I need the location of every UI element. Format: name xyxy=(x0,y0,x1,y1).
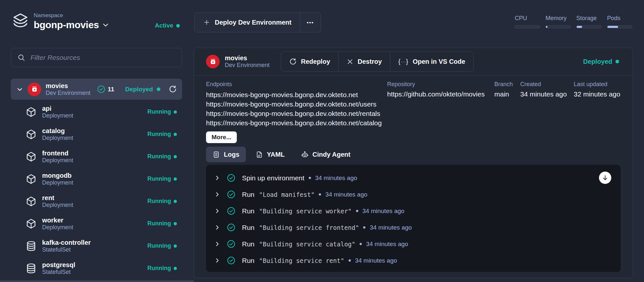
deploy-button-label: Deploy Dev Environment xyxy=(215,19,292,26)
filter-resources-input[interactable] xyxy=(30,54,175,62)
bullet-dot xyxy=(309,177,311,179)
panel-action-buttons: Redeploy Destroy {···} Open in VS Code xyxy=(281,51,474,72)
endpoint-link[interactable]: https://movies-bgonp-movies.bgonp.dev.ok… xyxy=(206,118,382,128)
yaml-file-icon xyxy=(256,151,263,158)
refresh-icon[interactable] xyxy=(169,85,177,93)
panel-title: movies xyxy=(225,54,270,62)
destroy-label: Destroy xyxy=(358,58,382,65)
more-options-button[interactable]: ••• xyxy=(300,13,321,32)
scroll-to-bottom-button[interactable] xyxy=(599,172,611,184)
status-badge: Running xyxy=(147,265,177,272)
resource-type: Deployment xyxy=(42,202,73,209)
resource-name: api xyxy=(42,105,73,112)
log-entry: Run "Building service rent" 34 minutes a… xyxy=(206,252,621,269)
endpoints-label: Endpoints xyxy=(206,81,382,88)
created-label: Created xyxy=(520,81,567,88)
status-dot xyxy=(174,244,177,248)
log-command: "Building service worker" xyxy=(259,208,352,215)
chevron-right-icon[interactable] xyxy=(214,191,220,197)
sidebar-item-postgresql[interactable]: postgresqlStatefulSet Running xyxy=(11,257,182,279)
cube-icon xyxy=(26,174,37,185)
stat-cpu: CPU xyxy=(515,15,540,28)
resource-name: frontend xyxy=(42,150,73,157)
chevron-down-icon[interactable] xyxy=(17,86,23,93)
stat-label: CPU xyxy=(515,15,540,22)
status-dot xyxy=(174,133,177,136)
cube-icon xyxy=(26,196,37,207)
status-text: Running xyxy=(147,265,171,272)
log-command: "Building service catalog" xyxy=(259,241,355,248)
partially-visible-row xyxy=(0,280,194,282)
cube-icon xyxy=(26,151,37,162)
status-dot xyxy=(174,222,177,225)
chevron-right-icon[interactable] xyxy=(214,175,220,181)
repository-value[interactable]: https://github.com/okteto/movies xyxy=(387,90,485,98)
cpu-progress-bar xyxy=(515,26,540,28)
open-in-vscode-button[interactable]: {···} Open in VS Code xyxy=(390,52,474,71)
tab-cindy-agent-label: Cindy Agent xyxy=(313,151,351,158)
log-entry: Run "Building service worker" 34 minutes… xyxy=(206,203,621,219)
chevron-right-icon[interactable] xyxy=(214,241,220,247)
sidebar-item-catalog[interactable]: catalogDeployment Running xyxy=(11,123,182,145)
status-text: Running xyxy=(147,108,171,115)
movies-app-icon xyxy=(28,83,41,96)
chevron-down-icon[interactable] xyxy=(102,21,109,28)
sidebar-item-movies-dev-environment[interactable]: movies Dev Environment 11 Deployed xyxy=(11,79,182,100)
redeploy-icon xyxy=(289,58,297,65)
deploy-dev-environment-button[interactable]: Deploy Dev Environment xyxy=(195,13,300,32)
chevron-right-icon[interactable] xyxy=(214,224,220,231)
resource-name: mongodb xyxy=(42,172,73,179)
tab-yaml[interactable]: YAML xyxy=(249,147,291,162)
resource-type: StatefulSet xyxy=(42,269,75,276)
endpoints-section: Endpoints https://movies-bgonp-movies.bg… xyxy=(206,81,382,143)
tab-yaml-label: YAML xyxy=(267,151,285,158)
pods-progress-bar xyxy=(607,26,632,28)
resource-name: movies xyxy=(46,82,90,90)
created-value: 34 minutes ago xyxy=(520,90,567,98)
namespace-selector[interactable]: Namespace bgonp-movies xyxy=(12,12,109,30)
status-dot xyxy=(174,200,177,203)
sidebar-item-rent[interactable]: rentDeployment Running xyxy=(11,190,182,212)
healthy-pods-count: 11 xyxy=(97,85,114,93)
open-in-vscode-label: Open in VS Code xyxy=(413,58,465,65)
log-command: "Building service rent" xyxy=(259,257,344,264)
cube-icon xyxy=(26,107,37,118)
log-entry: Run "Load manifest" 34 minutes ago xyxy=(206,186,621,203)
search-icon xyxy=(17,54,25,62)
robot-icon xyxy=(301,151,309,158)
resource-type: Deployment xyxy=(42,135,73,141)
log-entry: Spin up environment 34 minutes ago xyxy=(206,170,621,186)
sidebar-item-frontend[interactable]: frontendDeployment Running xyxy=(11,145,182,168)
sidebar-item-kafka-controller[interactable]: kafka-controllerStatefulSet Running xyxy=(11,235,182,257)
sidebar-item-mongodb[interactable]: mongodbDeployment Running xyxy=(11,168,182,190)
status-badge: Running xyxy=(147,198,177,205)
log-title: Run xyxy=(242,224,255,231)
arrow-down-icon xyxy=(602,174,609,181)
log-timestamp: 34 minutes ago xyxy=(370,224,412,231)
log-timestamp: 34 minutes ago xyxy=(362,208,405,215)
sidebar-item-api[interactable]: apiDeployment Running xyxy=(11,101,182,123)
namespace-name: bgonp-movies xyxy=(34,19,99,30)
stat-label: Storage xyxy=(576,15,602,22)
resource-type: Deployment xyxy=(42,112,73,119)
sidebar-item-worker[interactable]: workerDeployment Running xyxy=(11,212,182,235)
redeploy-button[interactable]: Redeploy xyxy=(281,52,338,71)
resource-type: Deployment xyxy=(42,224,73,231)
log-command: "Load manifest" xyxy=(259,191,315,198)
tab-cindy-agent[interactable]: Cindy Agent xyxy=(294,147,357,162)
tab-logs[interactable]: Logs xyxy=(206,147,246,162)
more-endpoints-button[interactable]: More... xyxy=(206,131,237,143)
destroy-button[interactable]: Destroy xyxy=(338,52,390,71)
chevron-right-icon[interactable] xyxy=(214,257,220,264)
detail-tabs: Logs YAML Cindy Agent xyxy=(206,147,357,162)
status-text: Running xyxy=(147,175,171,182)
endpoint-link[interactable]: https://movies-bgonp-movies.bgonp.dev.ok… xyxy=(206,90,382,99)
status-text: Running xyxy=(147,153,171,160)
namespace-status-badge: Active xyxy=(155,22,180,29)
resource-name: postgresql xyxy=(42,261,75,269)
endpoint-link[interactable]: https://movies-bgonp-movies.bgonp.dev.ok… xyxy=(206,109,382,118)
status-dot xyxy=(174,177,177,181)
chevron-right-icon[interactable] xyxy=(214,208,220,214)
status-badge: Running xyxy=(147,108,177,115)
endpoint-link[interactable]: https://movies-bgonp-movies.bgonp.dev.ok… xyxy=(206,99,382,109)
